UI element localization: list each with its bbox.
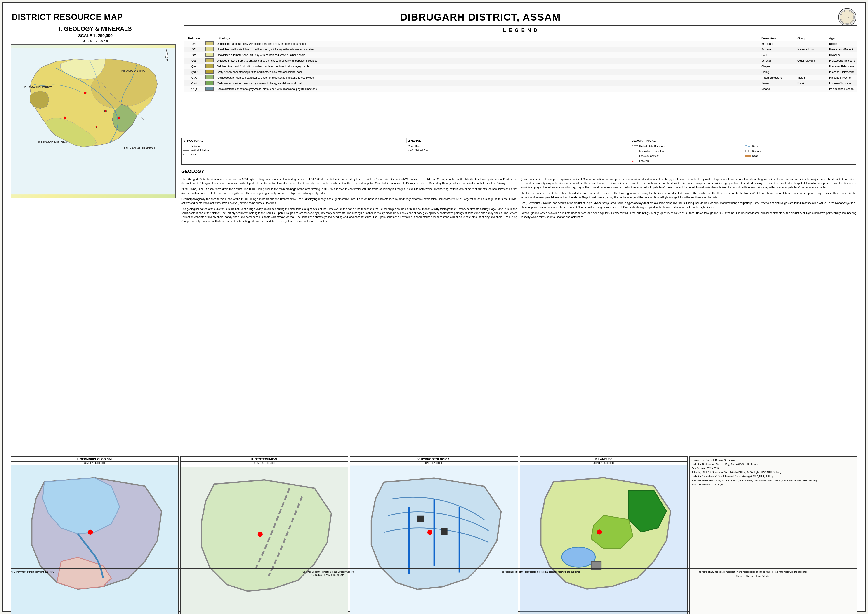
credits-compiled: Compiled by : Shri R.T. Bhuyan, Sr. Geol… [691,459,856,462]
location-label: Location [639,160,649,162]
geology-text-columns: The Dibrugarh District of Assam covers a… [181,177,856,223]
geology-para5: Quaternary sediments comprise equivalent… [520,177,857,189]
svg-point-75 [562,547,595,567]
joint-symbol: Joint [183,153,406,157]
legend-swatch-cell [204,69,216,75]
svg-text:DHEMAJI DISTRICT: DHEMAJI DISTRICT [25,86,52,89]
svg-point-15 [84,92,86,94]
hydro-title: IV. HYDROGEOLOGICAL [350,457,518,462]
legend-formation: Chapar [760,64,796,69]
legend-row: NpbuGritty pebbly sandstone/quartzite an… [184,69,857,75]
col-notation: Notation [184,36,204,41]
credits-season: Field Season : 2012 - 2013 [691,467,856,470]
geology-para4: The geological nature of this district i… [181,207,517,223]
svg-rect-65 [417,516,424,523]
geology-para8: Potable ground water is available in bot… [520,211,857,219]
coal-label: Coal [415,145,420,147]
footer-rights: The rights of any addition or modificati… [648,571,857,574]
legend-formation: Dihing [760,69,796,75]
legend-swatch-cell [204,75,216,81]
geology-col-right: Quaternary sediments comprise equivalent… [520,177,857,223]
svg-point-18 [64,116,66,119]
footer-col4: The rights of any addition or modificati… [648,570,857,578]
legend-age: Pleistocene-Holocene [828,58,857,64]
legend-row: Q₁eOxidised fine sand & silt with boulde… [184,64,857,69]
mineral-title: MINERAL [407,138,630,143]
geology-para2: Burhi Dihing, Dibru, Sessa rivers drain … [181,187,517,195]
legend-lithology: Carbonaceous olive green sandy shale wit… [216,81,760,86]
svg-point-77 [597,529,602,535]
legend-lithology: Shale siltstone sandstone greywacke, sla… [216,86,760,92]
legend-age: Miocene-Pliocene [828,75,857,81]
scale-bar: Km. 0 5 10 20 30 Km. [11,39,180,42]
road-label: Road [752,155,758,157]
legend-group [796,64,828,69]
district-boundary-label: District State Boundary [639,145,665,147]
svg-rect-40 [632,145,638,147]
col-age: Age [828,36,857,41]
legend-group: Barail [796,81,828,86]
svg-text:TINSUKIA DISTRICT: TINSUKIA DISTRICT [119,69,147,72]
geology-para6: The thick tertiary sediments have been b… [520,191,857,199]
bedding-label: Bedding [191,145,200,147]
legend-row: Pb-BCarbonaceous olive green sandy shale… [184,81,857,86]
intl-boundary-label: International Boundary [639,150,665,152]
outer-border: DISTRICT RESOURCE MAP DIBRUGARH DISTRICT… [2,2,866,612]
legend-formation: Sorbhog [760,58,796,64]
railway-label: Railway [752,150,761,152]
geomorph-scale: SCALE 1: 1,000,000 [11,462,179,465]
lithology-contact-label: Lithology Contact [639,155,658,157]
legend-group: Newer Alluvium [796,47,828,52]
river-label: River [752,145,758,147]
legend-formation: Barpeta I [760,47,796,52]
col-group: Group [796,36,828,41]
footer-responsibility: The responsibility, of the identificatio… [436,571,644,574]
page-header: DISTRICT RESOURCE MAP DIBRUGARH DISTRICT… [12,9,856,25]
legend-age: Eocene-Oligocene [828,81,857,86]
legend-age: Pliocene-Pleistocene [828,69,857,75]
footer-col1: © Government of India copyright 2017 © S… [11,570,220,574]
legend-row: QlcUnoxidised alternate sand, silt, clay… [184,52,857,58]
svg-rect-66 [441,528,447,535]
legend-group: Older Alluvium [796,58,828,64]
gas-symbol: Natural Gas [407,149,630,152]
legend-row: Q₁dOxidised brownish grey to grayish san… [184,58,857,64]
inner-border: DISTRICT RESOURCE MAP DIBRUGARH DISTRICT… [5,5,863,609]
legend-group [796,41,828,47]
map-title-center: DIBRUGARH DISTRICT, ASSAM [400,11,561,23]
scale-bar-text: Km. 0 5 10 20 30 Km. [82,39,109,42]
intl-boundary-symbol: International Boundary [631,149,742,153]
legend-age: Holocene to Recent [828,47,857,52]
legend-section: L E G E N D Notation Lithology Formation… [183,25,857,92]
svg-text:N: N [166,58,168,62]
symbol-section: STRUCTURAL MINERAL GEOGRAPHICAL Bedding … [181,138,856,164]
road-symbol: Road [744,154,855,158]
structural-title: STRUCTURAL [183,138,407,143]
legend-notation: Qlb [184,47,204,52]
svg-point-19 [96,126,98,128]
lithology-contact-symbol: Lithology Contact [631,154,742,158]
legend-notation: Q₁e [184,64,204,69]
col-formation: Formation [760,36,796,41]
legend-swatch-cell [204,41,216,47]
credits-year: Year of Publication - 2017-8 (5) [691,483,856,487]
legend-lithology: Unoxidised well sorted fine to medium sa… [216,47,760,52]
geotech-title: III. GEOTECHNICAL [181,457,348,462]
svg-point-67 [427,530,432,535]
legend-notation: Q₁d [184,58,204,64]
legend-notation: Qla [184,41,204,47]
legend-lithology: Oxidised brownish grey to grayish sand, … [216,58,760,64]
emblem-circle: GSI [838,8,856,26]
legend-swatch-cell [204,52,216,58]
legend-formation: Tipam Sandstone [760,75,796,81]
geology-para1: The Dibrugarh District of Assam covers a… [181,177,517,185]
mineral-symbols: Coal Natural Gas [407,144,630,163]
legend-formation: Jenam [760,81,796,86]
footer-col3: The responsibility, of the identificatio… [435,570,645,574]
svg-point-39 [412,149,413,150]
geotech-scale: SCALE 1: 1,000,000 [181,462,348,465]
svg-text:SIBSAGAR DISTRICT: SIBSAGAR DISTRICT [38,140,68,143]
credits-guidance: Under the Guidance of : Shri J.S. Roy, D… [691,463,856,466]
geology-minerals-title: I. GEOLOGY & MINERALS [11,25,180,32]
legend-notation: Pb-jf [184,86,204,92]
